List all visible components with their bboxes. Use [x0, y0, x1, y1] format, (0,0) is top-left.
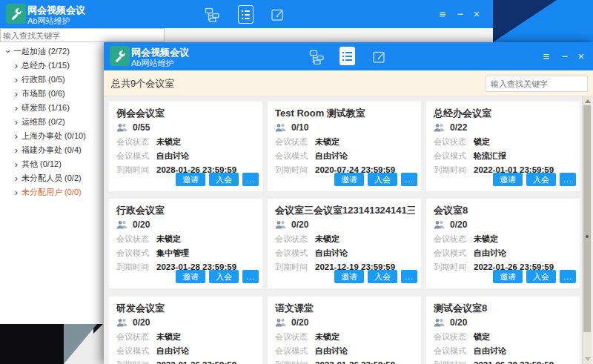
- org-chart-icon[interactable]: [205, 7, 219, 22]
- status-label: 会议状态: [275, 137, 308, 147]
- meeting-room-card: 语文课堂 0/20 会议状态 未锁定 会议模式 自由讨论 到期时间 2022-0…: [268, 297, 421, 364]
- app-subtitle: Ab网站维护: [27, 16, 70, 27]
- status-label: 会议状态: [116, 332, 149, 342]
- status-value: 锁定: [474, 137, 490, 147]
- bg-titlebar[interactable]: 网会视频会议 Ab网站维护 ≡: [0, 0, 493, 28]
- chevron-right-icon[interactable]: ›: [13, 87, 20, 101]
- tree-item[interactable]: › 上海办事处 (0/10): [0, 129, 104, 143]
- join-button[interactable]: 入会: [209, 173, 239, 186]
- chevron-right-icon[interactable]: ›: [13, 115, 20, 129]
- tree-item[interactable]: › 总经办 (1/15): [0, 59, 104, 73]
- edit-icon[interactable]: [372, 50, 387, 64]
- tree-item[interactable]: › 市场部 (0/6): [0, 87, 104, 101]
- tree-item-unassigned-users[interactable]: › 未分配用户 (0/0): [0, 185, 104, 199]
- tree-item-label: 总经办 (1/15): [21, 59, 70, 73]
- invite-button[interactable]: 邀请: [493, 270, 523, 283]
- expire-label: 到期时间: [434, 360, 466, 364]
- minimize-button[interactable]: −: [558, 50, 572, 63]
- participant-count: 0/20: [133, 219, 150, 230]
- mode-value: 自由讨论: [315, 151, 348, 161]
- menu-button[interactable]: ≡: [540, 50, 553, 63]
- org-chart-icon[interactable]: [309, 50, 324, 64]
- join-button[interactable]: 入会: [368, 270, 397, 283]
- chevron-right-icon[interactable]: ›: [13, 101, 20, 115]
- search-input[interactable]: [0, 28, 165, 42]
- join-button[interactable]: 入会: [526, 270, 556, 283]
- tree-item[interactable]: › 运维部 (0/2): [0, 115, 104, 129]
- room-name: Test Room 测试教室: [275, 107, 415, 120]
- invite-button[interactable]: 邀请: [176, 173, 205, 186]
- participants-icon: [275, 318, 287, 327]
- more-button[interactable]: ...: [560, 173, 576, 186]
- tree-item[interactable]: › 研发部 (1/16): [0, 101, 104, 115]
- join-button[interactable]: 入会: [368, 173, 397, 186]
- status-value: 未锁定: [156, 234, 181, 244]
- list-view-icon-active[interactable]: [339, 47, 355, 65]
- more-button[interactable]: ...: [401, 270, 417, 283]
- expire-label: 到期时间: [116, 360, 149, 364]
- tree-item[interactable]: › 行政部 (0/5): [0, 73, 104, 87]
- invite-button[interactable]: 邀请: [176, 270, 205, 283]
- expire-label: 到期时间: [116, 262, 149, 272]
- chevron-right-icon[interactable]: ›: [13, 59, 20, 73]
- status-value: 未锁定: [156, 332, 181, 342]
- invite-button[interactable]: 邀请: [334, 173, 364, 186]
- chevron-right-icon[interactable]: ›: [13, 157, 20, 171]
- mode-label: 会议模式: [434, 346, 466, 356]
- edit-icon[interactable]: [271, 7, 285, 22]
- room-name: 研发会议室: [116, 302, 256, 315]
- scroll-up-icon[interactable]: [585, 99, 591, 103]
- vertical-scrollbar[interactable]: [582, 96, 592, 364]
- room-search-input[interactable]: [486, 76, 588, 92]
- list-view-icon[interactable]: [238, 5, 254, 24]
- room-name: 总经办会议室: [434, 107, 574, 120]
- mode-value: 自由讨论: [315, 248, 348, 258]
- more-button[interactable]: ...: [401, 173, 417, 186]
- fg-titlebar[interactable]: 网会视频会议 Ab网站维护 ≡: [104, 42, 593, 70]
- close-button[interactable]: ×: [574, 50, 588, 63]
- app-subtitle: Ab网站维护: [131, 58, 173, 69]
- scroll-down-icon[interactable]: [585, 357, 591, 361]
- mode-label: 会议模式: [116, 151, 149, 161]
- participant-count: 0/20: [450, 317, 467, 328]
- scrollbar-thumb[interactable]: [583, 105, 591, 332]
- invite-button[interactable]: 邀请: [334, 270, 364, 283]
- room-card-grid: 例会会议室 0/55 会议状态 未锁定 会议模式 自由讨论 到期时间 2028-…: [104, 96, 593, 364]
- tree-item[interactable]: › 其他 (0/12): [0, 157, 104, 171]
- more-button[interactable]: ...: [242, 173, 259, 186]
- status-value: 未锁定: [315, 234, 339, 244]
- rooms-summary: 总共9个会议室: [111, 77, 174, 90]
- wallpaper-black-block: [0, 324, 64, 364]
- join-button[interactable]: 入会: [209, 270, 239, 283]
- chevron-down-icon[interactable]: ›: [1, 48, 16, 56]
- desktop: 网会视频会议 Ab网站维护 ≡: [0, 0, 593, 364]
- participants-icon: [434, 123, 445, 132]
- more-button[interactable]: ...: [560, 270, 576, 283]
- close-button[interactable]: ×: [470, 7, 483, 21]
- wallpaper-top-right: [493, 0, 593, 42]
- chevron-right-icon[interactable]: ›: [13, 171, 20, 185]
- tree-item-label: 其他 (0/12): [21, 157, 62, 171]
- chevron-right-icon[interactable]: ›: [13, 185, 20, 199]
- chevron-right-icon[interactable]: ›: [13, 143, 20, 157]
- room-name: 例会会议室: [116, 107, 256, 120]
- expire-label: 到期时间: [275, 262, 308, 272]
- chevron-right-icon[interactable]: ›: [13, 73, 20, 87]
- more-button[interactable]: ...: [242, 270, 259, 283]
- expire-label: 到期时间: [275, 360, 308, 364]
- participant-count: 0/22: [450, 122, 467, 133]
- status-label: 会议状态: [275, 332, 308, 342]
- tree-item-root[interactable]: › 一起加油 (2/72): [0, 44, 104, 59]
- participant-count: 0/20: [133, 317, 150, 328]
- minimize-button[interactable]: −: [454, 7, 467, 21]
- org-tree: › 一起加油 (2/72) › 总经办 (1/15) › 行政部 (0/5) ›…: [0, 44, 104, 199]
- tree-item[interactable]: › 未分配人员 (0/2): [0, 171, 104, 185]
- menu-button[interactable]: ≡: [436, 7, 449, 21]
- invite-button[interactable]: 邀请: [493, 173, 523, 186]
- content-header-bar: 总共9个会议室: [104, 70, 593, 96]
- tree-item[interactable]: › 福建办事处 (0/4): [0, 143, 104, 157]
- join-button[interactable]: 入会: [526, 173, 556, 186]
- meeting-room-card: 研发会议室 0/20 会议状态 未锁定 会议模式 自由讨论 到期时间 2022-…: [109, 297, 262, 364]
- chevron-right-icon[interactable]: ›: [13, 129, 20, 143]
- mode-label: 会议模式: [275, 346, 308, 356]
